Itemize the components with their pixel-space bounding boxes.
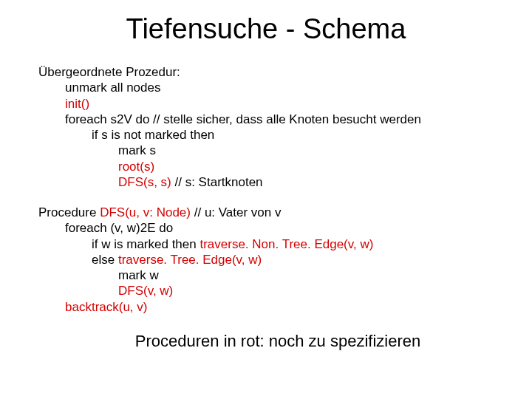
slide-title: Tiefensuche - Schema bbox=[0, 13, 532, 45]
init-call: init() bbox=[65, 97, 89, 111]
code-line: mark w bbox=[118, 267, 517, 283]
code-line: backtrack(u, v) bbox=[65, 299, 517, 315]
code-line: unmark all nodes bbox=[65, 80, 517, 95]
text-fragment: Procedure bbox=[38, 205, 100, 219]
text-fragment: if w is marked then bbox=[92, 237, 200, 251]
comment: // stelle sicher, dass alle Knoten besuc… bbox=[153, 112, 421, 126]
code-line: root(s) bbox=[118, 159, 517, 174]
comment: // u: Vater von v bbox=[191, 205, 282, 219]
comment: // s: Startknoten bbox=[171, 175, 263, 189]
traverse-tree-call: traverse. Tree. Edge(v, w) bbox=[118, 253, 262, 267]
text-fragment: E do bbox=[147, 221, 173, 235]
dfs-call: DFS(s, s) bbox=[118, 175, 171, 189]
code-line: else traverse. Tree. Edge(v, w) bbox=[92, 252, 517, 267]
text-fragment: foreach s bbox=[65, 112, 117, 126]
text-fragment: foreach (v, w) bbox=[65, 221, 140, 235]
section2-heading: Procedure DFS(u, v: Node) // u: Vater vo… bbox=[38, 205, 517, 220]
code-line: if s is not marked then bbox=[92, 127, 517, 143]
code-line: mark s bbox=[118, 143, 517, 158]
slide: Tiefensuche - Schema Übergeordnete Proze… bbox=[0, 13, 532, 399]
text-fragment: V do bbox=[123, 112, 153, 126]
slide-body: Übergeordnete Prozedur: unmark all nodes… bbox=[38, 64, 517, 351]
elem-symbol: 2 bbox=[117, 112, 123, 126]
traverse-nontree-call: traverse. Non. Tree. Edge(v, w) bbox=[200, 237, 373, 251]
dfs-call-recursive: DFS(v, w) bbox=[118, 284, 173, 298]
section1-heading: Übergeordnete Prozedur: bbox=[38, 64, 517, 80]
backtrack-call: backtrack(u, v) bbox=[65, 300, 147, 314]
dfs-signature: DFS(u, v: Node) bbox=[100, 205, 191, 219]
code-line: DFS(v, w) bbox=[118, 283, 517, 299]
code-line: if w is marked then traverse. Non. Tree.… bbox=[92, 236, 517, 252]
code-line: foreach s2V do // stelle sicher, dass al… bbox=[65, 112, 517, 127]
root-call: root(s) bbox=[118, 160, 154, 174]
bottom-note: Proceduren in rot: noch zu spezifizieren bbox=[38, 331, 517, 352]
code-line: foreach (v, w)2E do bbox=[65, 220, 517, 236]
text-fragment: else bbox=[92, 253, 118, 267]
code-line: init() bbox=[65, 96, 517, 112]
code-line: DFS(s, s) // s: Startknoten bbox=[118, 174, 517, 190]
elem-symbol: 2 bbox=[140, 221, 147, 235]
